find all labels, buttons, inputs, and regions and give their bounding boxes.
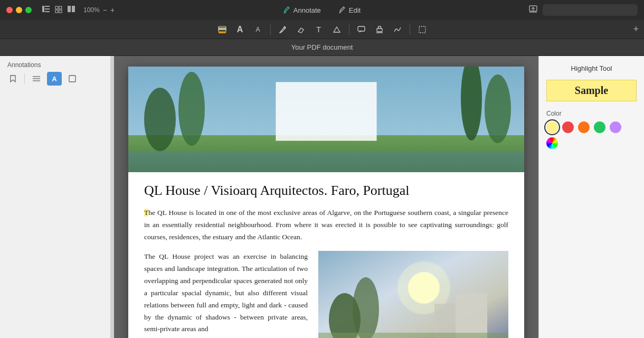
- pdf-col-right-image: [318, 251, 508, 338]
- highlight-sample: Sample: [546, 80, 637, 101]
- sidebar-toggle-icon[interactable]: [42, 6, 50, 15]
- svg-rect-20: [377, 29, 382, 32]
- search-input[interactable]: [543, 4, 638, 16]
- pdf-content: QL House / Visioarq Arquitectos. Faro, P…: [128, 172, 524, 338]
- upload-icon[interactable]: [529, 5, 537, 15]
- svg-rect-19: [358, 26, 365, 31]
- signature-tool[interactable]: [390, 22, 405, 37]
- grid-icon[interactable]: [55, 6, 62, 15]
- note-tab[interactable]: [65, 72, 80, 86]
- edit-button[interactable]: Edit: [335, 5, 365, 16]
- color-swatch-green[interactable]: [594, 121, 605, 133]
- svg-point-30: [178, 72, 205, 146]
- right-sidebar: Highlight Tool Sample Color: [538, 56, 644, 338]
- pencil-tool[interactable]: [275, 22, 291, 37]
- titlebar-icons: [42, 6, 75, 15]
- highlight-text-tool[interactable]: [214, 22, 230, 37]
- text-tool[interactable]: T: [311, 22, 327, 37]
- sidebar-tabs: A: [0, 72, 110, 90]
- eraser-tool[interactable]: [293, 22, 309, 37]
- color-swatch-orange[interactable]: [578, 121, 590, 133]
- svg-rect-1: [45, 6, 50, 7]
- close-button[interactable]: [6, 7, 13, 13]
- highlight-tool-title: Highlight Tool: [546, 64, 637, 72]
- color-label: Color: [546, 110, 637, 117]
- selection-tool[interactable]: [414, 22, 430, 37]
- pdf-area[interactable]: QL House / Visioarq Arquitectos. Faro, P…: [114, 56, 538, 338]
- pdf-two-column: The QL House project was an exercise in …: [144, 251, 508, 338]
- bookmark-tab[interactable]: [5, 72, 20, 86]
- stamp-tool[interactable]: [372, 22, 387, 37]
- shape-tool[interactable]: [329, 22, 345, 37]
- color-swatch-red[interactable]: [562, 121, 574, 133]
- tab-divider: [24, 73, 25, 84]
- list-tab[interactable]: [29, 72, 44, 86]
- traffic-lights: [6, 7, 32, 13]
- search-wrapper: [543, 4, 638, 16]
- color-swatch-yellow[interactable]: [546, 121, 558, 133]
- annotate-button[interactable]: Annotate: [279, 5, 325, 16]
- zoom-level[interactable]: 100%: [83, 6, 100, 14]
- svg-point-32: [485, 74, 511, 143]
- svg-rect-5: [59, 6, 62, 9]
- svg-rect-9: [72, 6, 75, 12]
- svg-point-41: [353, 277, 379, 338]
- svg-rect-0: [42, 6, 44, 12]
- main-layout: Annotations A: [0, 56, 644, 338]
- text-large-tool[interactable]: A: [232, 22, 248, 37]
- pdf-col-left-text: The QL House project was an exercise in …: [144, 251, 308, 338]
- doc-title: Your PDF document: [291, 43, 353, 51]
- svg-rect-34: [128, 151, 524, 172]
- highlight-tab[interactable]: A: [47, 72, 62, 86]
- add-page-button[interactable]: +: [633, 24, 639, 35]
- svg-rect-42: [318, 333, 508, 338]
- pdf-paragraph1: The QL House is located in one of the mo…: [144, 207, 508, 243]
- svg-rect-2: [45, 8, 50, 10]
- titlebar: 100% − + Annotate Edit: [0, 0, 644, 20]
- doc-titlebar: Your PDF document: [0, 39, 644, 56]
- titlebar-center: Annotate Edit: [279, 5, 365, 16]
- svg-rect-33: [276, 82, 376, 140]
- color-swatches: [546, 121, 637, 149]
- comment-tool[interactable]: [354, 22, 370, 37]
- svg-rect-17: [219, 27, 226, 30]
- svg-rect-3: [45, 11, 50, 12]
- columns-icon[interactable]: [68, 6, 75, 15]
- svg-rect-39: [456, 293, 487, 338]
- pdf-page: QL House / Visioarq Arquitectos. Faro, P…: [128, 67, 524, 338]
- color-swatch-purple[interactable]: [610, 121, 621, 133]
- svg-rect-6: [55, 10, 58, 13]
- svg-rect-8: [68, 6, 71, 12]
- titlebar-right: [529, 4, 638, 16]
- pdf-title: QL House / Visioarq Arquitectos. Faro, P…: [144, 183, 508, 199]
- sidebar-header: Annotations: [0, 56, 110, 72]
- svg-rect-7: [59, 10, 62, 13]
- color-swatch-rainbow[interactable]: [546, 137, 558, 149]
- svg-point-29: [144, 88, 176, 151]
- maximize-button[interactable]: [25, 7, 32, 13]
- zoom-in-button[interactable]: +: [110, 6, 115, 14]
- text-small-tool[interactable]: A: [250, 22, 266, 37]
- pdf-hero-image: [128, 67, 524, 172]
- minimize-button[interactable]: [16, 7, 22, 13]
- svg-rect-22: [419, 26, 425, 33]
- highlighted-word: T: [144, 209, 148, 217]
- zoom-out-button[interactable]: −: [103, 6, 107, 14]
- left-sidebar: Annotations A: [0, 56, 111, 338]
- svg-rect-4: [55, 6, 58, 9]
- svg-rect-26: [69, 76, 75, 82]
- toolbar: A A T +: [0, 20, 644, 39]
